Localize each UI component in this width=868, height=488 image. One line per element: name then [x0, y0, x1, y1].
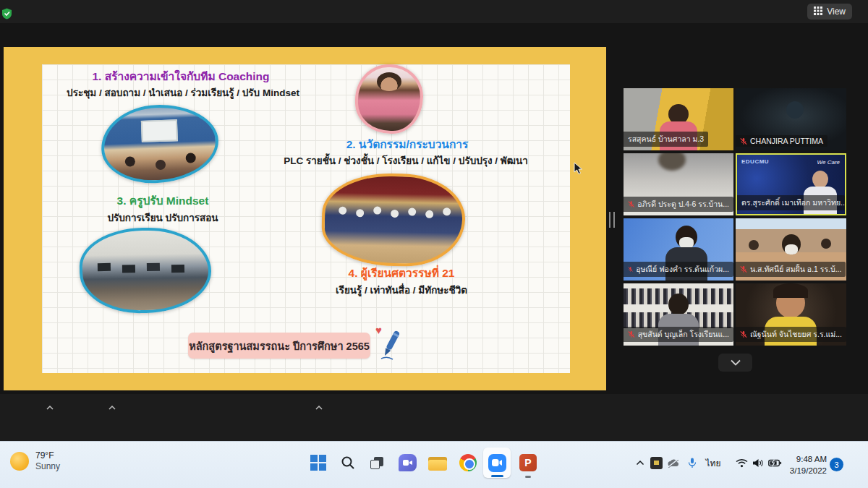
windows-logo-icon	[310, 455, 326, 471]
teams-chat-icon	[399, 454, 417, 471]
sun-icon	[10, 452, 29, 471]
participant-name-label: อุษณีย์ ฟองคำ รร.ต้นแก้วผ...	[624, 262, 733, 277]
participant-name-label: น.ส.ทัศนีย์ สมฝั้น อ.1 รร.บ้...	[736, 262, 846, 277]
slide-section2-title: 2. นวัตกรรม/กระบวนการ	[277, 135, 537, 153]
participant-mask	[785, 244, 798, 254]
muted-mic-icon	[740, 330, 747, 338]
gallery-scroll-down-button[interactable]	[718, 354, 752, 372]
mouse-cursor	[574, 162, 583, 178]
search-button[interactable]	[339, 453, 357, 472]
zoom-app-button[interactable]	[488, 453, 506, 472]
muted-mic-icon	[628, 265, 633, 273]
participant-name: ณัฐนันท์ จันไชยยศ ร.ร.แม่...	[750, 328, 842, 341]
video-overlay-tag: We Care	[817, 159, 840, 166]
teams-chat-button[interactable]	[398, 453, 417, 472]
slide-section3-subtitle: ปรับการเรียน ปรับการสอน	[69, 210, 257, 226]
task-view-icon	[370, 460, 380, 469]
participant-name-label: ดร.สุระศักดิ์ เมาเทือก มหาวิทย...	[737, 195, 845, 210]
encryption-shield-icon	[1, 8, 12, 22]
participant-video	[773, 283, 808, 298]
slide-bottom-banner: หลักสูตรฐานสมรรถนะ ปีการศึกษา 2565	[188, 333, 370, 359]
participant-tile[interactable]: สุขสันต์ บุญเล็ก โรงเรียนแ...	[624, 283, 733, 346]
unmute-options-caret[interactable]	[46, 400, 54, 413]
weather-temperature: 79°F	[35, 450, 60, 461]
participant-tile[interactable]: อุษณีย์ ฟองคำ รร.ต้นแก้วผ...	[624, 218, 733, 281]
participant-name: สุขสันต์ บุญเล็ก โรงเรียนแ...	[638, 328, 729, 341]
participant-name-label: สุขสันต์ บุญเล็ก โรงเรียนแ...	[624, 327, 733, 342]
participant-tile[interactable]: CHANJIRA PUTTIMA	[736, 88, 846, 150]
meeting-toolbar: Unmute Start Video 1	[0, 394, 868, 441]
participant-tile-active-speaker[interactable]: EDUCMU We Care ดร.สุระศักดิ์ เมาเทือก มห…	[736, 153, 846, 215]
battery-charging-icon	[768, 459, 782, 467]
notification-badge[interactable]: 3	[830, 458, 843, 471]
tray-app-icon	[650, 457, 663, 469]
taskbar-clock[interactable]: 9:48 AM 3/19/2022	[785, 453, 827, 476]
grid-view-icon	[814, 7, 822, 17]
meeting-topbar: View	[0, 0, 868, 23]
photo-speaker-portrait	[355, 64, 423, 134]
clock-time: 9:48 AM	[785, 453, 827, 465]
chrome-button[interactable]	[459, 453, 477, 472]
view-button[interactable]: View	[807, 4, 852, 20]
participant-name-label: ณัฐนันท์ จันไชยยศ ร.ร.แม่...	[736, 327, 846, 342]
slide-section1-subtitle: ประชุม / สอบถาม / นำเสนอ / ร่วมเรียนรู้ …	[46, 85, 320, 100]
microphone-icon	[688, 458, 697, 468]
pen-icon	[378, 328, 403, 361]
participant-video	[668, 294, 689, 315]
participant-tile[interactable]: อภิรดี ประตู ป.4-6 รร.บ้าน...	[624, 153, 733, 215]
weather-condition: Sunny	[35, 461, 60, 472]
muted-mic-icon	[740, 265, 747, 273]
wifi-icon	[736, 458, 748, 468]
participants-options-caret[interactable]	[315, 400, 323, 413]
participant-tile[interactable]: ณัฐนันท์ จันไชยยศ ร.ร.แม่...	[736, 283, 846, 346]
powerpoint-icon: P	[519, 454, 537, 471]
participant-name-label: CHANJIRA PUTTIMA	[736, 135, 827, 147]
powerpoint-running-indicator	[525, 476, 531, 478]
participant-video	[786, 101, 804, 119]
slide-section1-title: 1. สร้างความเข้าใจกับทีม Coaching	[47, 67, 315, 85]
zoom-running-indicator	[491, 475, 503, 477]
participant-name-label: รสสุคนธ์ บ้านศาลา ม.3	[624, 132, 708, 147]
language-switcher[interactable]: ไทย	[702, 453, 725, 472]
gallery-resize-handle[interactable]	[609, 212, 615, 228]
battery-button[interactable]	[765, 453, 784, 472]
language-label: ไทย	[706, 456, 721, 470]
file-explorer-icon	[428, 457, 447, 471]
participant-tile[interactable]: น.ส.ทัศนีย์ สมฝั้น อ.1 รร.บ้...	[736, 218, 846, 281]
participant-name: อุษณีย์ ฟองคำ รร.ต้นแก้วผ...	[636, 263, 729, 275]
task-view-button[interactable]	[367, 453, 386, 472]
participant-name: น.ส.ทัศนีย์ สมฝั้น อ.1 รร.บ้...	[750, 263, 841, 275]
file-explorer-button[interactable]	[428, 453, 447, 472]
participant-name: CHANJIRA PUTTIMA	[750, 137, 823, 145]
participant-video	[812, 171, 828, 188]
muted-mic-icon	[628, 200, 634, 208]
participant-name: รสสุคนธ์ บ้านศาลา ม.3	[628, 133, 704, 145]
view-button-label: View	[827, 7, 846, 17]
tray-app-button[interactable]	[647, 453, 665, 472]
participant-name: ดร.สุระศักดิ์ เมาเทือก มหาวิทย...	[741, 197, 845, 209]
participant-name-label: อภิรดี ประตู ป.4-6 รร.บ้าน...	[624, 197, 733, 212]
participant-tile[interactable]: รสสุคนธ์ บ้านศาลา ม.3	[624, 88, 733, 150]
participant-video	[821, 239, 831, 249]
start-button[interactable]	[309, 453, 328, 472]
photo-students-group	[321, 172, 466, 267]
slide-section3-title: 3. ครูปรับ Mindset	[69, 192, 257, 210]
muted-mic-icon	[628, 330, 635, 338]
tray-microphone-button[interactable]	[683, 453, 702, 472]
weather-widget[interactable]: 79°F Sunny	[10, 450, 60, 472]
speaker-icon	[752, 458, 764, 468]
powerpoint-button[interactable]: P	[519, 453, 537, 472]
zoom-meeting-window: View 1. สร้างความเข้าใจกับทีม Coaching ป…	[0, 0, 868, 488]
photo-detail	[377, 72, 401, 91]
zoom-app-icon	[488, 454, 506, 472]
video-options-caret[interactable]	[109, 400, 116, 413]
video-overlay-brand: EDUCMU	[741, 158, 769, 165]
photo-detail	[98, 263, 111, 271]
search-icon	[341, 455, 355, 470]
onedrive-button[interactable]	[664, 453, 683, 472]
participant-video	[749, 240, 759, 250]
muted-mic-icon	[740, 137, 747, 145]
onedrive-offline-cloud-icon	[667, 458, 680, 468]
chevron-up-icon	[636, 460, 644, 466]
photo-detail	[339, 207, 346, 215]
